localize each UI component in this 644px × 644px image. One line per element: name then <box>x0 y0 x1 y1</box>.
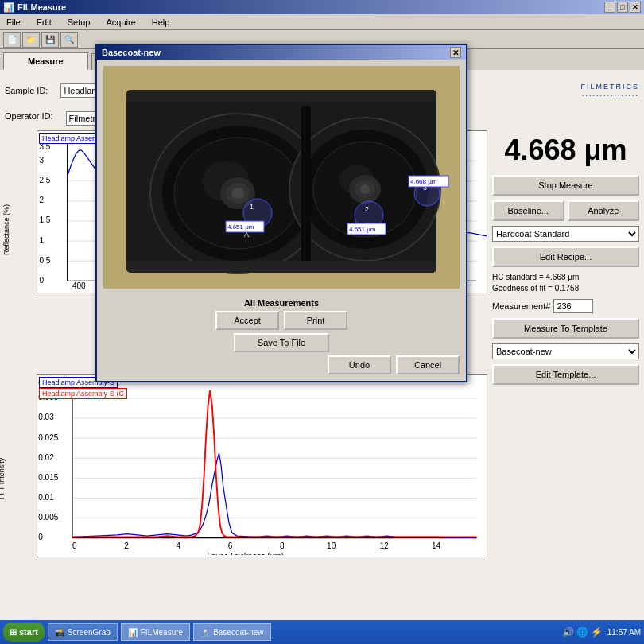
save-to-file-button[interactable]: Save To File <box>234 333 329 352</box>
svg-text:4.651 μm: 4.651 μm <box>227 223 254 231</box>
undo-button[interactable]: Undo <box>328 355 391 374</box>
modal-title: Basecoat-new <box>102 48 161 57</box>
modal-undo-cancel: Undo Cancel <box>103 355 460 374</box>
svg-rect-69 <box>126 261 436 273</box>
svg-text:4.668 μm: 4.668 μm <box>410 178 437 185</box>
modal-image-area: 1 4.651 μm A 2 4.651 μm 3 4.668 μm <box>103 66 460 289</box>
svg-rect-67 <box>301 106 311 265</box>
svg-rect-68 <box>126 90 436 102</box>
print-button[interactable]: Print <box>284 311 347 330</box>
modal-bottom: All Measurements Accept Print Save To Fi… <box>97 295 466 381</box>
svg-text:1: 1 <box>250 203 254 211</box>
modal-overlay: Basecoat-new ✕ <box>0 0 644 644</box>
modal-all-measurements-label: All Measurements <box>103 298 460 308</box>
modal-title-bar: Basecoat-new ✕ <box>97 45 466 60</box>
svg-text:4.651 μm: 4.651 μm <box>349 226 376 233</box>
cancel-button[interactable]: Cancel <box>396 355 460 374</box>
svg-point-59 <box>231 188 244 199</box>
modal-close-button[interactable]: ✕ <box>450 47 461 58</box>
accept-button[interactable]: Accept <box>215 311 279 330</box>
svg-text:2: 2 <box>365 205 369 213</box>
modal-buttons-row1: Accept Print <box>103 311 460 330</box>
modal-buttons-row2: Save To File <box>103 333 460 352</box>
svg-text:A: A <box>244 231 249 239</box>
svg-point-66 <box>360 184 370 194</box>
modal-dialog: Basecoat-new ✕ <box>95 44 467 382</box>
